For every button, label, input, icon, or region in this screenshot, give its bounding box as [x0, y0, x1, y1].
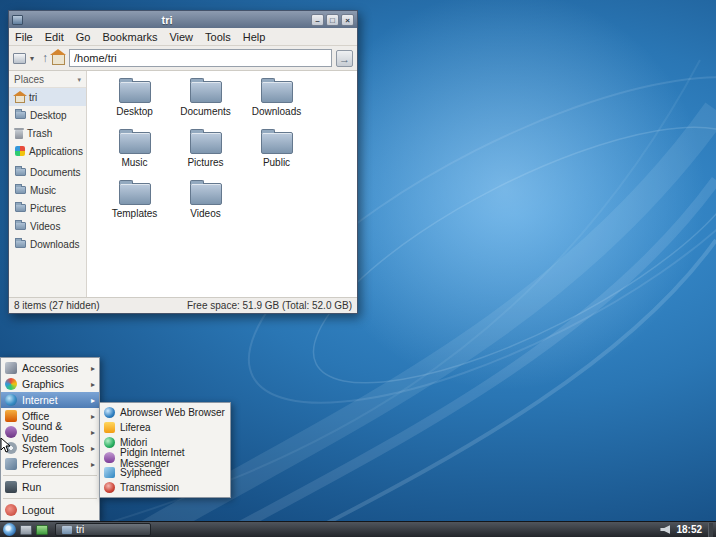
menu-item-preferences[interactable]: Preferences ▸ — [1, 456, 99, 472]
menu-separator — [3, 498, 97, 499]
folder-documents[interactable]: Documents — [170, 81, 241, 132]
go-icon[interactable]: → — [336, 50, 353, 67]
sidebar-item-trash[interactable]: Trash — [9, 124, 86, 142]
submenu-arrow-icon: ▸ — [91, 380, 95, 389]
close-button[interactable]: × — [341, 14, 354, 26]
sidebar-item-music[interactable]: Music — [9, 181, 86, 199]
submenu-arrow-icon: ▸ — [91, 444, 95, 453]
home-icon[interactable] — [52, 55, 65, 65]
chevron-down-icon: ▾ — [77, 76, 81, 84]
folder-icon — [15, 204, 26, 212]
folder-templates[interactable]: Templates — [99, 183, 170, 234]
menu-button[interactable] — [3, 523, 16, 536]
taskbar: tri 18:52 — [0, 521, 716, 537]
home-icon — [15, 96, 25, 103]
menu-go[interactable]: Go — [76, 31, 91, 43]
system-tray: 18:52 — [660, 523, 713, 537]
free-space: Free space: 51.9 GB (Total: 52.0 GB) — [187, 300, 352, 311]
history-caret-icon[interactable]: ▾ — [30, 54, 34, 63]
sound-video-icon — [5, 426, 17, 438]
window-icon — [12, 15, 23, 25]
folder-icon — [190, 183, 222, 205]
folder-icon — [190, 81, 222, 103]
run-icon — [5, 481, 17, 493]
folder-public[interactable]: Public — [241, 132, 312, 183]
show-desktop-button[interactable] — [708, 523, 713, 537]
sidebar-item-videos[interactable]: Videos — [9, 217, 86, 235]
sidebar-item-desktop[interactable]: Desktop — [9, 106, 86, 124]
submenu-arrow-icon: ▸ — [91, 412, 95, 421]
menu-bookmarks[interactable]: Bookmarks — [102, 31, 157, 43]
folder-pictures[interactable]: Pictures — [170, 132, 241, 183]
folder-icon — [190, 132, 222, 154]
folder-music[interactable]: Music — [99, 132, 170, 183]
folder-icon — [261, 81, 293, 103]
menu-item-logout[interactable]: Logout — [1, 502, 99, 518]
menu-item-accessories[interactable]: Accessories ▸ — [1, 360, 99, 376]
accessories-icon — [5, 362, 17, 374]
item-count: 8 items (27 hidden) — [14, 300, 100, 311]
sidebar-item-downloads[interactable]: Downloads — [9, 235, 86, 253]
menu-edit[interactable]: Edit — [45, 31, 64, 43]
folder-icon — [15, 222, 26, 230]
taskbar-window-button[interactable]: tri — [55, 523, 151, 536]
submenu-arrow-icon: ▸ — [91, 364, 95, 373]
menu-separator — [3, 475, 97, 476]
desktop-launcher-icon[interactable] — [36, 525, 48, 535]
folder-icon — [119, 132, 151, 154]
applications-icon — [15, 146, 25, 156]
folder-icon — [15, 111, 26, 119]
sylpheed-icon — [104, 467, 115, 478]
places-header[interactable]: Places ▾ — [9, 72, 86, 88]
sidebar-item-applications[interactable]: Applications — [9, 142, 86, 160]
file-manager-launcher-icon[interactable] — [20, 525, 32, 535]
folder-icon — [15, 240, 26, 248]
up-icon[interactable]: ↑ — [42, 52, 48, 64]
internet-submenu: Abrowser Web Browser Liferea Midori Pidg… — [99, 402, 231, 498]
folder-icon — [261, 132, 293, 154]
volume-icon[interactable] — [660, 525, 670, 534]
liferea-icon — [104, 422, 115, 433]
abrowser-icon — [104, 407, 115, 418]
sidebar-item-tri[interactable]: tri — [9, 88, 86, 106]
menu-file[interactable]: File — [15, 31, 33, 43]
logout-icon — [5, 504, 17, 516]
new-tab-icon[interactable] — [13, 53, 26, 64]
folder-desktop[interactable]: Desktop — [99, 81, 170, 132]
menu-item-internet[interactable]: Internet ▸ — [1, 392, 99, 408]
file-manager-window: tri – □ × File Edit Go Bookmarks View To… — [8, 10, 358, 314]
submenu-arrow-icon: ▸ — [91, 460, 95, 469]
minimize-button[interactable]: – — [311, 14, 324, 26]
submenu-item-pidgin[interactable]: Pidgin Internet Messenger — [100, 450, 230, 465]
window-titlebar[interactable]: tri – □ × — [9, 11, 357, 28]
internet-icon — [5, 394, 17, 406]
folder-icon — [15, 186, 26, 194]
folder-icon — [119, 183, 151, 205]
application-menu: Accessories ▸ Graphics ▸ Internet ▸ Offi… — [0, 357, 100, 521]
menu-item-graphics[interactable]: Graphics ▸ — [1, 376, 99, 392]
midori-icon — [104, 437, 115, 448]
submenu-item-transmission[interactable]: Transmission — [100, 480, 230, 495]
desktop[interactable]: tri – □ × File Edit Go Bookmarks View To… — [0, 0, 716, 537]
menu-view[interactable]: View — [169, 31, 193, 43]
menu-item-sound-video[interactable]: Sound & Video ▸ — [1, 424, 99, 440]
sidebar-item-documents[interactable]: Documents — [9, 163, 86, 181]
menu-help[interactable]: Help — [243, 31, 266, 43]
submenu-item-liferea[interactable]: Liferea — [100, 420, 230, 435]
menu-tools[interactable]: Tools — [205, 31, 231, 43]
folder-downloads[interactable]: Downloads — [241, 81, 312, 132]
menu-item-run[interactable]: Run — [1, 479, 99, 495]
clock[interactable]: 18:52 — [676, 524, 702, 535]
pidgin-icon — [104, 452, 115, 463]
sidebar-item-pictures[interactable]: Pictures — [9, 199, 86, 217]
maximize-button[interactable]: □ — [326, 14, 339, 26]
places-sidebar: Places ▾ tri Desktop Trash Applica — [9, 71, 87, 297]
submenu-item-abrowser[interactable]: Abrowser Web Browser — [100, 405, 230, 420]
office-icon — [5, 410, 17, 422]
path-input[interactable] — [69, 49, 332, 67]
trash-icon — [15, 130, 23, 139]
submenu-arrow-icon: ▸ — [91, 428, 95, 437]
folder-icon — [119, 81, 151, 103]
folder-videos[interactable]: Videos — [170, 183, 241, 234]
folder-icon-view[interactable]: Desktop Documents Downloads Music Pictur… — [87, 71, 357, 297]
